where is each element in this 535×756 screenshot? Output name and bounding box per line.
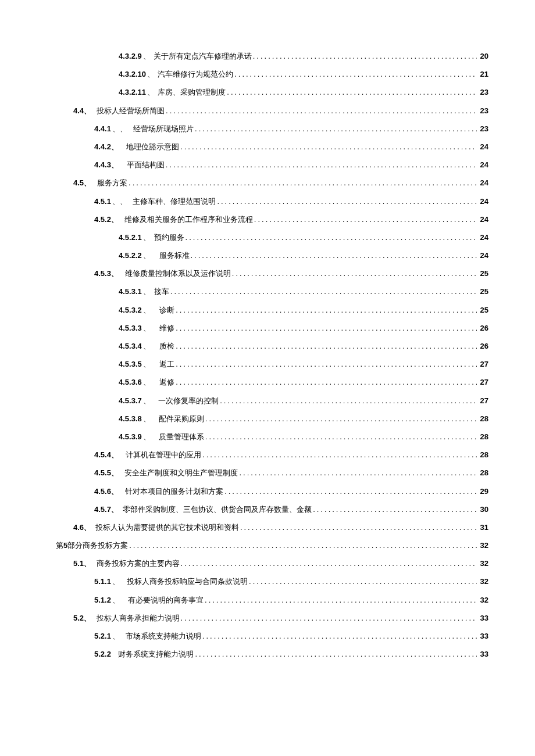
toc-page-number: 24 <box>478 179 488 187</box>
toc-number: 5.2.2 <box>94 650 111 658</box>
toc-page-number: 24 <box>478 161 488 169</box>
toc-title: 主修车种、修理范围说明 <box>133 198 216 205</box>
leader-dots <box>217 198 477 205</box>
toc-inline-number: 5 <box>63 542 67 549</box>
toc-title: 配件采购原则 <box>159 415 204 422</box>
toc-page-number: 24 <box>478 252 488 259</box>
toc-entry: 4.3.2.10、汽车维修行为规范公约21 <box>41 70 488 78</box>
toc-entry: 4.5.6、针对本项目的服务计划和方案29 <box>41 488 488 495</box>
toc-separator: 、 <box>112 596 120 604</box>
leader-dots <box>176 378 477 386</box>
toc-separator: 、、 <box>112 125 127 132</box>
toc-page-number: 27 <box>478 397 488 404</box>
toc-number: 4.5.3.1 <box>119 288 142 295</box>
toc-title: 商务投标方案的主要内容 <box>97 560 180 567</box>
toc-page-number: 20 <box>478 52 488 60</box>
leader-dots <box>220 397 477 404</box>
toc-entry: 4.4.3、平面结构图24 <box>41 161 488 169</box>
toc-number: 4.5.5、 <box>94 469 119 476</box>
leader-dots <box>181 560 477 567</box>
toc-entry: 5.1.2、有必要说明的商务事宜32 <box>41 596 488 604</box>
toc-title-prefix: 第 <box>56 542 63 549</box>
toc-entry: 4.5.2、维修及相关服务的工作程序和业务流程24 <box>41 216 488 223</box>
toc-entry: 4.5.3.8、配件采购原则28 <box>41 415 488 422</box>
toc-title: 预约服务 <box>154 234 184 241</box>
toc-separator: 、 <box>143 234 151 241</box>
toc-title: 一次修复率的控制 <box>158 397 219 404</box>
toc-entry: 5.1、商务投标方案的主要内容32 <box>41 560 488 567</box>
toc-number: 4.5.3.8 <box>119 415 142 422</box>
toc-page-number: 21 <box>478 70 488 78</box>
toc-separator: 、 <box>143 324 151 332</box>
leader-dots <box>195 125 477 132</box>
toc-page-number: 23 <box>478 125 488 132</box>
toc-page-number: 27 <box>478 378 488 386</box>
toc-entry: 5.2.1、市场系统支持能力说明33 <box>41 632 488 640</box>
toc-title-suffix: 部分商务投标方案 <box>67 542 128 549</box>
toc-separator: 、 <box>147 70 155 78</box>
leader-dots <box>253 52 477 60</box>
toc-page-number: 24 <box>478 143 488 151</box>
toc-title: 市场系统支持能力说明 <box>126 632 201 640</box>
toc-title: 接车 <box>154 288 169 295</box>
toc-separator: 、、 <box>112 198 127 205</box>
leader-dots <box>176 360 477 368</box>
toc-page-number: 24 <box>478 198 488 205</box>
leader-dots <box>180 143 477 151</box>
toc-separator: 、 <box>143 252 151 259</box>
toc-page-number: 23 <box>478 88 488 96</box>
leader-dots <box>191 252 477 259</box>
toc-number: 4.5.3.3 <box>119 324 142 332</box>
toc-number: 5.1.2 <box>94 596 111 604</box>
toc-number: 5.2.1 <box>94 632 111 640</box>
leader-dots <box>313 506 477 513</box>
toc-number: 4.3.2.9 <box>119 52 142 60</box>
toc-number: 5.1、 <box>73 560 91 567</box>
toc-title: 服务标准 <box>159 252 190 259</box>
toc-title: 质检 <box>159 342 174 350</box>
toc-separator: 、 <box>143 378 151 386</box>
toc-page-number: 30 <box>478 506 488 513</box>
toc-entry: 4.5.3、维修质量控制体系以及运作说明25 <box>41 270 488 277</box>
toc-title: 计算机在管理中的应用 <box>126 451 201 458</box>
toc-page-number: 33 <box>478 650 488 658</box>
leader-dots <box>239 469 477 476</box>
toc-title: 维修及相关服务的工作程序和业务流程 <box>124 216 253 223</box>
toc-separator: 、 <box>143 52 151 60</box>
page-container: 4.3.2.9、关于所有定点汽车修理的承诺204.3.2.10、汽车维修行为规范… <box>0 0 535 756</box>
toc-title: 财务系统支持能力说明 <box>118 650 194 658</box>
toc-entry: 5.2.2财务系统支持能力说明33 <box>41 650 488 658</box>
toc-number: 4.5.3.5 <box>119 360 142 368</box>
toc-separator: 、 <box>143 306 151 314</box>
toc-number: 4.5.4、 <box>94 451 119 458</box>
toc-title: 地理位豁示意图 <box>126 143 179 151</box>
toc-page-number: 28 <box>478 451 488 458</box>
toc-page-number: 32 <box>478 578 488 585</box>
toc-number: 4.4.2、 <box>94 143 119 151</box>
toc-title: 汽车维修行为规范公约 <box>158 70 233 78</box>
toc-title: 有必要说明的商务事宜 <box>128 596 204 604</box>
toc-entry: 4.5.3.7、一次修复率的控制27 <box>41 397 488 404</box>
leader-dots <box>205 596 477 604</box>
toc-page-number: 26 <box>478 324 488 332</box>
leader-dots <box>227 88 477 96</box>
toc-separator: 、 <box>112 632 120 640</box>
toc-separator: 、 <box>143 288 151 295</box>
toc-page-number: 33 <box>478 614 488 622</box>
toc-separator: 、 <box>143 397 151 404</box>
toc-number: 4.5.2.1 <box>119 234 142 241</box>
toc-page-number: 25 <box>478 288 488 295</box>
toc-page-number: 32 <box>478 560 488 567</box>
toc-number: 4.5.6、 <box>94 488 119 495</box>
toc-page-number: 27 <box>478 360 488 368</box>
toc-number: 4.5.3.9 <box>119 433 142 440</box>
leader-dots <box>170 288 477 295</box>
toc-title: 投标人经营场所简图 <box>97 107 165 114</box>
leader-dots <box>205 415 477 422</box>
toc-page-number: 32 <box>478 596 488 604</box>
toc-number: 4.5.3.6 <box>119 378 142 386</box>
toc-number: 4.6、 <box>73 524 91 531</box>
toc-entry: 5.2、投标人商务承担能力说明33 <box>41 614 488 622</box>
toc-separator: 、 <box>143 360 151 368</box>
toc-number: 4.5.7、 <box>94 506 119 513</box>
